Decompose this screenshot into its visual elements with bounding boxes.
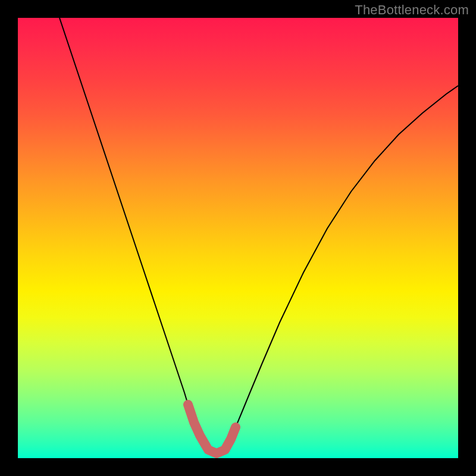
rounded-bottom-markers — [188, 405, 236, 453]
chart-frame: TheBottleneck.com — [0, 0, 476, 476]
black-curve — [60, 18, 458, 453]
plot-area — [18, 18, 458, 458]
chart-svg — [18, 18, 458, 458]
watermark-text: TheBottleneck.com — [355, 2, 469, 18]
